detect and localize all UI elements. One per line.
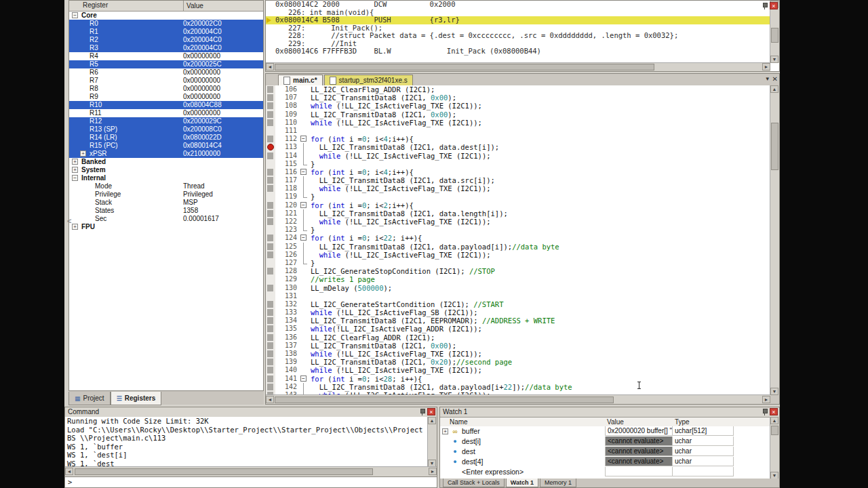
code-line[interactable]: 138while (!LL_I2C_IsActiveFlag_TXE (I2C1… (266, 350, 770, 358)
watch-row[interactable]: ●dest<cannot evaluate>uchar (440, 447, 770, 457)
scrollbar-thumb[interactable] (771, 123, 778, 170)
scroll-left-icon[interactable]: ◄ (266, 63, 274, 70)
register-row[interactable]: R15 (PC)0x080014C4 (69, 142, 263, 150)
scroll-right-icon[interactable]: ► (762, 396, 770, 403)
register-row[interactable]: R80x00000000 (69, 85, 263, 93)
tab-main-c-[interactable]: main.c* (278, 75, 323, 85)
code-line[interactable]: 113 LL_I2C_TransmitData8 (I2C1, data.des… (266, 143, 770, 151)
register-row[interactable]: R14 (LR)0x0800022D (69, 134, 263, 142)
register-row[interactable]: +System (69, 166, 263, 174)
close-icon[interactable]: × (770, 408, 778, 415)
tab-registers[interactable]: ☰Registers (111, 392, 162, 405)
disassembly-line[interactable]: 0x080014C4 B508 PUSH {r3,lr} (266, 16, 779, 24)
fold-collapse-icon[interactable]: − (300, 202, 307, 208)
tab-startup-stm32f401xe-s[interactable]: startup_stm32f401xe.s (324, 75, 413, 85)
register-row[interactable]: +xPSR0x21000000 (69, 150, 263, 158)
code-line[interactable]: 121 LL_I2C_TransmitData8 (I2C1, data.len… (266, 209, 770, 218)
register-row[interactable]: R30x200004C0 (69, 44, 263, 52)
command-input[interactable]: > (65, 476, 437, 487)
code-line[interactable]: 131 (266, 292, 770, 300)
tab-memory-1[interactable]: Memory 1 (540, 479, 576, 487)
tab-watch-1[interactable]: Watch 1 (506, 479, 538, 487)
pin-icon[interactable] (762, 408, 768, 415)
register-row[interactable]: Sec0.00001617 (69, 215, 263, 223)
code-line[interactable]: 120−for (int i =0; i<2;i++){ (266, 201, 770, 209)
register-row[interactable]: R00x200002C0 (69, 20, 263, 28)
register-row[interactable]: ModeThread (69, 182, 263, 190)
code-line[interactable]: 109LL_I2C_TransmitData8 (I2C1, 0x00); (266, 110, 770, 119)
close-icon[interactable]: × (770, 2, 778, 9)
register-row[interactable]: R120x2000029C (69, 117, 263, 125)
close-icon[interactable]: × (427, 408, 435, 415)
code-line[interactable]: 125 LL_I2C_TransmitData8 (I2C1, data.pay… (266, 243, 770, 251)
register-row[interactable]: States1358 (69, 207, 263, 215)
fold-collapse-icon[interactable]: − (300, 169, 307, 175)
scroll-up-icon[interactable]: ▲ (770, 85, 778, 93)
code-line[interactable]: 108while (!LL_I2C_IsActiveFlag_TXE (I2C1… (266, 102, 770, 110)
register-row[interactable]: R13 (SP)0x200008C0 (69, 125, 263, 134)
code-line[interactable]: 141−for (int i =0; i<28; i++){ (266, 375, 770, 383)
code-line[interactable]: 127} (266, 259, 770, 267)
register-row[interactable]: R60x00000000 (69, 68, 263, 77)
scroll-left-icon[interactable]: ◄ (65, 468, 73, 475)
scrollbar-thumb[interactable] (275, 64, 654, 70)
scrollbar-thumb[interactable] (771, 28, 778, 43)
code-line[interactable]: 107LL_I2C_TransmitData8 (I2C1, 0x00); (266, 94, 770, 102)
disassembly-horizontal-scrollbar[interactable]: ◄ ► (266, 62, 770, 71)
scroll-right-icon[interactable]: ► (762, 63, 770, 70)
disassembly-line[interactable]: 228: //struct Packet data = {.dest = 0xc… (266, 32, 779, 40)
disassembly-line[interactable]: 0x080014C2 2000 DCW 0x2000 (266, 1, 779, 9)
scroll-down-icon[interactable]: ▼ (770, 56, 778, 63)
collapse-icon[interactable]: − (72, 12, 78, 18)
code-line[interactable]: 106LL_I2C_ClearFlag_ADDR (I2C1); (266, 85, 770, 94)
code-line[interactable]: 117 LL_I2C_TransmitData8 (I2C1, data.src… (266, 176, 770, 184)
code-line[interactable]: 130LL_mDelay (500000); (266, 284, 770, 292)
code-line[interactable]: 116−for (int i =0; i<4;i++){ (266, 168, 770, 176)
code-line[interactable]: 111 (266, 127, 770, 135)
code-line[interactable]: 137LL_I2C_TransmitData8 (I2C1, 0x00); (266, 342, 770, 350)
code-line[interactable]: 142 LL_I2C_TransmitData8 (I2C1, data.pay… (266, 383, 770, 391)
watch-row[interactable]: ●dest[i]<cannot evaluate>uchar (440, 436, 770, 447)
collapse-icon[interactable]: − (72, 175, 78, 181)
scroll-down-icon[interactable]: ▼ (770, 388, 778, 395)
watch-row[interactable]: +∞buffer0x20000020 buffer[] ""uchar[512] (440, 426, 770, 436)
scroll-right-icon[interactable]: ► (429, 468, 437, 475)
collapse-panel-icon[interactable]: < (67, 217, 71, 225)
pin-icon[interactable] (419, 408, 425, 415)
code-line[interactable]: 128LL_I2C_GenerateStopCondition (I2C1); … (266, 267, 770, 275)
code-line[interactable]: 115} (266, 160, 770, 168)
register-row[interactable]: StackMSP (69, 199, 263, 207)
disassembly-vertical-scrollbar[interactable]: ▲ ▼ (770, 1, 779, 63)
code-line[interactable]: 114 while (!LL_I2C_IsActiveFlag_TXE (I2C… (266, 152, 770, 160)
code-line[interactable]: 129//writes 1 page (266, 275, 770, 283)
editor-horizontal-scrollbar[interactable]: ◄ ► (266, 394, 770, 404)
fold-collapse-icon[interactable]: − (300, 235, 307, 241)
expand-icon[interactable]: + (80, 150, 86, 157)
register-row[interactable]: R10x200004C0 (69, 28, 263, 36)
scroll-left-icon[interactable]: ◄ (266, 396, 274, 403)
register-row[interactable]: R20x200004C0 (69, 36, 263, 44)
register-row[interactable]: −Core (69, 12, 263, 20)
tab-call-stack-locals[interactable]: Call Stack + Locals (443, 479, 505, 487)
code-line[interactable]: 135while(!LL_I2C_IsActiveFlag_ADDR (I2C1… (266, 325, 770, 333)
register-row[interactable]: R70x00000000 (69, 77, 263, 85)
register-row[interactable]: −Internal (69, 174, 263, 182)
code-line[interactable]: 122 while (!LL_I2C_IsActiveFlag_TXE (I2C… (266, 218, 770, 226)
expand-icon[interactable]: + (72, 159, 78, 165)
register-row[interactable]: R90x00000000 (69, 93, 263, 101)
disassembly-line[interactable]: 0x080014C6 F7FFFB3D BL.W Init_Pack (0x08… (266, 47, 779, 56)
expand-icon[interactable]: + (72, 224, 78, 230)
pin-icon[interactable] (762, 2, 768, 9)
command-vertical-scrollbar[interactable]: ▲ ▼ (428, 417, 437, 467)
code-line[interactable]: 112−for (int i =0; i<4;i++){ (266, 135, 770, 143)
code-line[interactable]: 119} (266, 192, 770, 201)
expand-icon[interactable]: + (72, 167, 78, 173)
scroll-up-icon[interactable]: ▲ (770, 417, 778, 424)
watch-row[interactable]: <Enter expression> (440, 467, 770, 477)
watch-vertical-scrollbar[interactable]: ▲ ▼ (770, 417, 779, 479)
watch-row[interactable]: ●dest[4]<cannot evaluate>uchar (440, 457, 770, 467)
scrollbar-thumb[interactable] (771, 426, 778, 435)
register-row[interactable]: R40x00000000 (69, 52, 263, 60)
code-line[interactable]: 140while (!LL_I2C_IsActiveFlag_TXE (I2C1… (266, 366, 770, 374)
scrollbar-thumb[interactable] (75, 468, 373, 475)
